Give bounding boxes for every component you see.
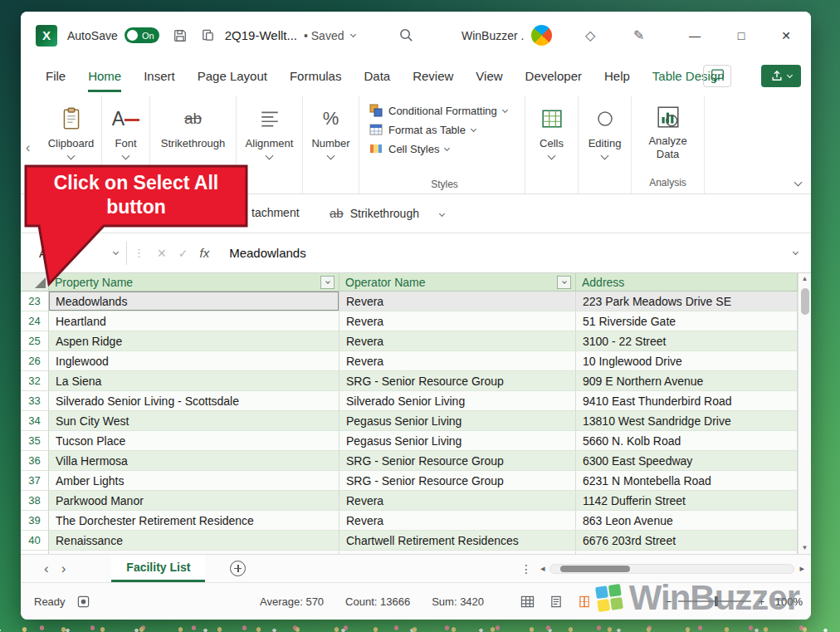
table-row[interactable]: 38Parkwood ManorRevera1142 Dufferin Stre… (21, 491, 798, 511)
formula-input[interactable]: Meadowlands (217, 246, 794, 260)
table-cell[interactable]: 6300 East Speedway (576, 451, 798, 471)
table-cell[interactable]: Sun City West (49, 411, 339, 431)
table-cell[interactable]: Chartwell Retirement Residences (339, 531, 576, 551)
account-name[interactable]: WinBuzzer . (462, 12, 552, 59)
menu-tab-insert[interactable]: Insert (144, 59, 175, 92)
table-row[interactable]: 40RenaissanceChartwell Retirement Reside… (21, 531, 798, 551)
document-title[interactable]: 2Q19-Wellt... (225, 28, 297, 42)
table-cell[interactable]: Revera (339, 511, 576, 531)
table-row[interactable]: 25Aspen RidgeRevera3100 - 22 Street (21, 331, 798, 351)
name-box[interactable]: A23 (29, 242, 127, 265)
table-cell[interactable]: Aspen Ridge (49, 331, 339, 351)
vertical-scrollbar[interactable]: ▲ ▼ (798, 273, 811, 554)
menu-tab-review[interactable]: Review (413, 59, 453, 92)
row-number[interactable]: 38 (21, 491, 49, 511)
menu-tab-page-layout[interactable]: Page Layout (198, 59, 267, 92)
ribbon-group-font[interactable]: A Font (102, 96, 150, 194)
row-number[interactable]: 24 (21, 311, 49, 331)
table-cell[interactable]: Parkwood Manor (49, 491, 339, 511)
table-cell[interactable]: 3100 - 22 Street (576, 331, 798, 351)
ribbon-scroll-left-icon[interactable]: ‹ (26, 140, 30, 155)
row-number[interactable]: 37 (21, 471, 49, 491)
page-break-view-button[interactable] (578, 595, 591, 608)
table-cell[interactable]: 863 Leon Avenue (576, 511, 798, 531)
row-number[interactable]: 35 (21, 431, 49, 451)
column-header-operator-name[interactable]: Operator Name (339, 273, 576, 291)
add-sheet-button[interactable] (230, 561, 246, 576)
table-cell[interactable]: Revera (339, 311, 576, 331)
ribbon-group-strikethrough[interactable]: ab Strikethrough (150, 96, 237, 194)
table-cell[interactable]: Revera (339, 292, 576, 311)
vertical-scrollbar-thumb[interactable] (801, 288, 809, 315)
scroll-down-icon[interactable]: ▼ (802, 542, 808, 554)
table-row[interactable]: 34Sun City WestPegasus Senior Living1381… (21, 411, 798, 431)
menu-tab-formulas[interactable]: Formulas (290, 59, 342, 92)
analyze-data-button[interactable]: Analyze Data (639, 102, 697, 160)
table-cell[interactable]: 9410 East Thunderbird Road (576, 391, 798, 411)
table-cell[interactable]: Meadowlands (49, 292, 339, 311)
horizontal-scrollbar[interactable]: ◂ ▸ (540, 563, 804, 574)
macro-record-icon[interactable] (77, 595, 90, 608)
share-button[interactable] (761, 65, 801, 87)
premium-diamond-icon[interactable]: ◇ (585, 12, 595, 59)
table-row[interactable]: 39The Dorchester Retirement ResidenceRev… (21, 511, 798, 531)
menu-tab-help[interactable]: Help (604, 59, 630, 92)
conditional-formatting-button[interactable]: Conditional Formatting (369, 104, 507, 117)
table-cell[interactable]: 13810 West Sandridge Drive (576, 411, 798, 431)
status-sum[interactable]: Sum: 3420 (432, 595, 484, 608)
minimize-button[interactable]: — (676, 12, 713, 59)
zoom-out-button[interactable]: − (666, 595, 672, 608)
table-cell[interactable]: 51 Riverside Gate (576, 311, 798, 331)
table-cell[interactable]: 1142 Dufferin Street (576, 491, 798, 511)
column-header-property-name[interactable]: Property Name (49, 273, 339, 291)
row-number[interactable]: 25 (21, 331, 49, 351)
table-row[interactable]: 24HeartlandRevera51 Riverside Gate (21, 311, 798, 331)
maximize-button[interactable]: □ (723, 12, 759, 59)
scroll-left-icon[interactable]: ◂ (540, 563, 545, 574)
ribbon-group-alignment[interactable]: Alignment (237, 96, 303, 194)
row-number[interactable]: 34 (21, 411, 49, 431)
page-layout-view-button[interactable] (549, 595, 563, 608)
ribbon-group-number[interactable]: % Number (303, 96, 359, 194)
normal-view-button[interactable] (520, 595, 535, 608)
row-number[interactable]: 40 (21, 531, 49, 551)
table-cell[interactable]: Villa Hermosa (49, 451, 339, 471)
formula-bar-expand-icon[interactable] (793, 249, 798, 255)
enter-icon[interactable]: ✓ (178, 247, 188, 260)
autosave-toggle[interactable]: On (125, 27, 159, 43)
table-cell[interactable]: 909 E Northern Avenue (576, 371, 798, 391)
row-number[interactable]: 33 (21, 391, 49, 411)
menu-tab-view[interactable]: View (476, 59, 502, 92)
qat-attachment-label[interactable]: tachment (252, 206, 300, 219)
sheet-tab-facility-list[interactable]: Facility List (111, 555, 205, 582)
table-cell[interactable]: Heartland (49, 311, 339, 331)
table-cell[interactable]: Revera (339, 351, 576, 371)
qat-dropdown-button[interactable] (434, 208, 449, 221)
menu-tab-file[interactable]: File (46, 59, 66, 92)
status-mode[interactable]: Ready (34, 595, 66, 608)
search-icon[interactable] (398, 12, 414, 59)
sheet-prev-button[interactable]: ‹ (44, 561, 49, 576)
menu-tab-data[interactable]: Data (364, 59, 390, 92)
ribbon-group-clipboard[interactable]: Clipboard (41, 96, 102, 194)
zoom-slider[interactable] (678, 600, 751, 602)
table-cell[interactable]: SRG - Senior Resource Group (339, 371, 576, 391)
save-status[interactable]: • Saved (304, 29, 344, 42)
row-number[interactable]: 39 (21, 511, 49, 531)
account-avatar[interactable] (531, 25, 552, 46)
table-row[interactable]: 23MeadowlandsRevera223 Park Meadows Driv… (21, 292, 798, 311)
table-cell[interactable]: Revera (339, 331, 576, 351)
select-all-button[interactable] (21, 273, 49, 291)
table-cell[interactable]: The Dorchester Retirement Residence (49, 511, 339, 531)
table-cell[interactable]: Revera (339, 491, 576, 511)
close-button[interactable]: ✕ (768, 12, 804, 59)
table-cell[interactable]: 5660 N. Kolb Road (576, 431, 798, 451)
table-cell[interactable]: Inglewood (49, 351, 339, 371)
status-average[interactable]: Average: 570 (260, 595, 324, 608)
format-as-table-button[interactable]: Format as Table (369, 123, 476, 136)
zoom-level[interactable]: 100% (771, 595, 803, 608)
zoom-slider-knob[interactable] (715, 596, 718, 606)
zoom-in-button[interactable]: + (758, 595, 764, 608)
title-chevron-down-icon[interactable] (350, 32, 356, 37)
sheet-more-icon[interactable]: ⋮ (520, 562, 532, 576)
